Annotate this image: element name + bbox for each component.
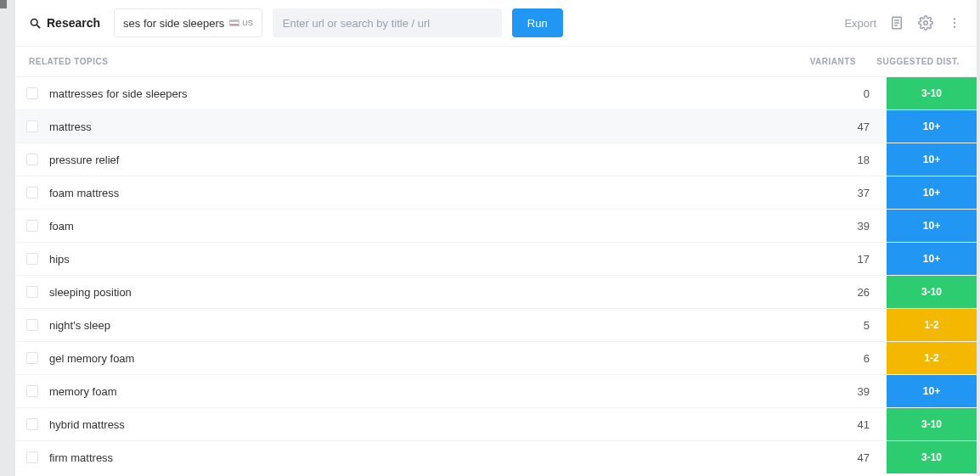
table-row[interactable]: hips1710+ xyxy=(15,242,977,275)
topic-cell: sleeping position xyxy=(49,286,802,299)
topic-cell: memory foam xyxy=(49,385,802,398)
row-checkbox[interactable] xyxy=(26,352,38,364)
table-row[interactable]: pressure relief1810+ xyxy=(15,143,977,176)
table-row[interactable]: gel memory foam61-2 xyxy=(15,341,977,374)
checkbox-cell xyxy=(15,451,49,463)
export-button[interactable]: Export xyxy=(844,17,876,30)
svg-point-8 xyxy=(954,22,955,24)
suggested-dist-cell: 10+ xyxy=(887,210,977,242)
table-row[interactable]: foam3910+ xyxy=(15,209,977,242)
topic-cell: gel memory foam xyxy=(49,352,802,365)
suggested-dist-cell: 10+ xyxy=(887,176,977,209)
variants-cell: 17 xyxy=(802,253,887,266)
suggested-dist-cell: 3-10 xyxy=(887,441,977,473)
locale-indicator: US xyxy=(229,19,253,27)
row-checkbox[interactable] xyxy=(26,319,38,331)
suggested-dist-cell: 3-10 xyxy=(887,276,977,308)
table-row[interactable]: foam mattress3710+ xyxy=(15,176,977,209)
table-row[interactable]: sleeping position263-10 xyxy=(15,275,977,308)
suggested-dist-cell: 10+ xyxy=(887,110,977,143)
checkbox-cell xyxy=(15,187,49,199)
url-search-input[interactable] xyxy=(273,8,502,37)
col-header-variants[interactable]: VARIANTS xyxy=(788,57,873,66)
document-icon[interactable] xyxy=(888,14,905,31)
row-checkbox[interactable] xyxy=(26,451,38,463)
scrollbar-handle[interactable] xyxy=(0,0,7,8)
variants-cell: 47 xyxy=(802,120,887,133)
variants-cell: 41 xyxy=(802,418,887,431)
topic-cell: pressure relief xyxy=(49,154,802,166)
checkbox-cell xyxy=(15,87,49,99)
gear-icon[interactable] xyxy=(917,14,934,31)
row-checkbox[interactable] xyxy=(26,187,38,199)
run-button[interactable]: Run xyxy=(512,8,563,37)
suggested-dist-cell: 10+ xyxy=(887,375,977,407)
svg-line-1 xyxy=(37,25,40,28)
variants-cell: 39 xyxy=(802,385,887,398)
main-panel: Research ses for side sleepers US Run Ex… xyxy=(15,0,977,476)
topic-cell: night's sleep xyxy=(49,319,802,332)
table-row[interactable]: memory foam3910+ xyxy=(15,374,977,407)
locale-text: US xyxy=(242,19,253,27)
checkbox-cell xyxy=(15,120,49,132)
toolbar: Research ses for side sleepers US Run Ex… xyxy=(15,0,977,47)
variants-cell: 47 xyxy=(802,451,887,464)
variants-cell: 39 xyxy=(802,220,887,232)
search-icon xyxy=(29,17,42,30)
table-row[interactable]: hybrid mattress413-10 xyxy=(15,407,977,440)
svg-point-9 xyxy=(954,25,955,27)
row-checkbox[interactable] xyxy=(26,286,38,298)
topics-table: mattresses for side sleepers03-10mattres… xyxy=(15,76,977,473)
variants-cell: 5 xyxy=(802,319,887,332)
more-menu-icon[interactable] xyxy=(946,14,963,31)
svg-point-0 xyxy=(31,19,38,25)
variants-cell: 37 xyxy=(802,187,887,199)
row-checkbox[interactable] xyxy=(26,220,38,232)
row-checkbox[interactable] xyxy=(26,385,38,397)
row-checkbox[interactable] xyxy=(26,418,38,430)
topic-cell: hybrid mattress xyxy=(49,418,802,431)
variants-cell: 18 xyxy=(802,154,887,166)
keyword-chip-text: ses for side sleepers xyxy=(123,17,224,30)
checkbox-cell xyxy=(15,352,49,364)
svg-point-7 xyxy=(954,18,955,20)
flag-icon xyxy=(229,20,239,26)
topic-cell: foam xyxy=(49,220,802,232)
checkbox-cell xyxy=(15,154,49,165)
checkbox-cell xyxy=(15,286,49,298)
suggested-dist-cell: 1-2 xyxy=(887,309,977,341)
right-controls: Export xyxy=(844,14,963,31)
keyword-chip[interactable]: ses for side sleepers US xyxy=(114,8,262,37)
checkbox-cell xyxy=(15,418,49,430)
svg-point-6 xyxy=(924,21,928,25)
topic-cell: firm mattress xyxy=(49,451,802,464)
variants-cell: 26 xyxy=(802,286,887,299)
checkbox-cell xyxy=(15,253,49,265)
table-row[interactable]: mattresses for side sleepers03-10 xyxy=(15,76,977,109)
suggested-dist-cell: 10+ xyxy=(887,143,977,176)
suggested-dist-cell: 10+ xyxy=(887,243,977,275)
row-checkbox[interactable] xyxy=(26,87,38,99)
checkbox-cell xyxy=(15,385,49,397)
col-header-dist[interactable]: SUGGESTED DIST. xyxy=(873,57,963,66)
variants-cell: 0 xyxy=(802,87,887,100)
row-checkbox[interactable] xyxy=(26,154,38,165)
topic-cell: mattresses for side sleepers xyxy=(49,87,802,100)
checkbox-cell xyxy=(15,220,49,232)
topic-cell: hips xyxy=(49,253,802,266)
table-row[interactable]: firm mattress473-10 xyxy=(15,440,977,473)
suggested-dist-cell: 1-2 xyxy=(887,342,977,374)
table-row[interactable]: night's sleep51-2 xyxy=(15,308,977,341)
suggested-dist-cell: 3-10 xyxy=(887,408,977,440)
topic-cell: mattress xyxy=(49,120,802,133)
table-header: RELATED TOPICS VARIANTS SUGGESTED DIST. xyxy=(15,47,977,76)
checkbox-cell xyxy=(15,319,49,331)
suggested-dist-cell: 3-10 xyxy=(887,77,977,109)
row-checkbox[interactable] xyxy=(26,120,38,132)
table-row[interactable]: mattress4710+ xyxy=(15,109,977,143)
row-checkbox[interactable] xyxy=(26,253,38,265)
title-text: Research xyxy=(47,16,100,30)
page-title: Research xyxy=(29,16,100,30)
col-header-topics[interactable]: RELATED TOPICS xyxy=(29,57,788,66)
topic-cell: foam mattress xyxy=(49,187,802,199)
